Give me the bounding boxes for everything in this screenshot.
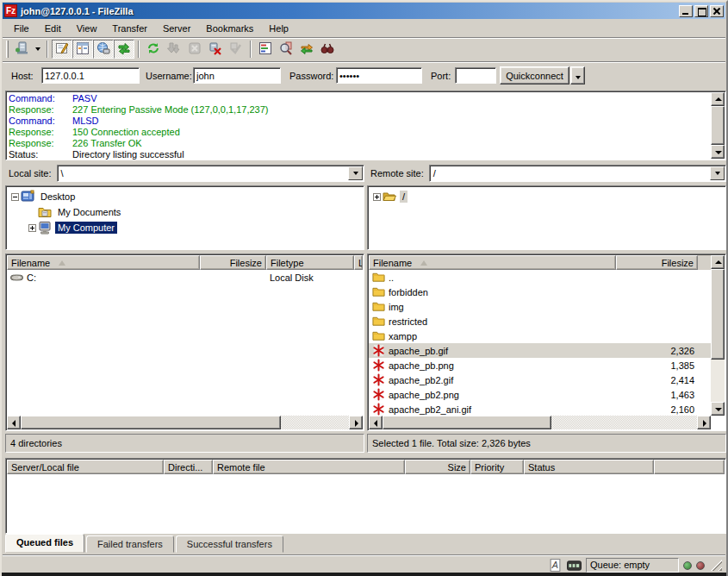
remote-list-vscrollbar[interactable] [711, 255, 725, 416]
queue-column-header[interactable]: Remote file [213, 460, 405, 474]
scroll-down-button[interactable] [711, 402, 725, 416]
resize-grip[interactable] [711, 560, 722, 571]
disconnect-button[interactable] [205, 40, 226, 59]
speed-limit-indicator-icon[interactable] [567, 559, 582, 573]
toggle-local-tree-button[interactable] [72, 40, 93, 59]
tab-successful-transfers[interactable]: Successful transfers [176, 535, 283, 553]
file-row[interactable]: apache_pb2_ani.gif2,160 [369, 402, 711, 416]
toggle-transfer-queue-button[interactable] [114, 40, 134, 59]
directory-comparison-button[interactable] [317, 40, 338, 59]
directory-listing-filters-button[interactable] [255, 40, 276, 59]
file-row[interactable]: restricted [369, 314, 711, 329]
log-line-text: Directory listing successful [72, 149, 184, 160]
quickconnect-button[interactable]: Quickconnect [500, 66, 569, 85]
file-cell: 2,326 [616, 343, 698, 358]
queue-column-header[interactable]: Status [524, 460, 654, 474]
scrollbar-track[interactable] [551, 416, 697, 429]
expander-box[interactable] [28, 224, 36, 232]
collapse-icon[interactable] [9, 193, 21, 201]
remote-site-dropdown-button[interactable] [710, 166, 725, 180]
tree-item[interactable]: My Computer [6, 220, 364, 235]
scroll-left-button[interactable] [369, 416, 383, 429]
remote-list-hscrollbar[interactable] [369, 416, 711, 429]
tree-item-label: My Computer [55, 222, 117, 234]
scroll-right-button[interactable] [349, 416, 363, 429]
queue-column-header[interactable]: Server/Local file [7, 460, 164, 474]
synchronized-browsing-button[interactable] [296, 40, 317, 59]
chevron-down-icon [715, 172, 720, 175]
file-search-button[interactable] [276, 40, 296, 59]
file-cell [616, 314, 698, 329]
message-log-scrollbar[interactable] [711, 92, 725, 159]
menu-edit[interactable]: Edit [37, 22, 69, 35]
host-input[interactable] [41, 67, 140, 84]
scrollbar-thumb[interactable] [383, 416, 551, 429]
scrollbar-thumb[interactable] [711, 106, 725, 145]
quickconnect-dropdown-button[interactable] [570, 66, 585, 85]
toggle-message-log-button[interactable] [52, 40, 72, 59]
menu-bookmarks[interactable]: Bookmarks [198, 22, 261, 35]
refresh-button[interactable] [143, 40, 164, 59]
menu-file[interactable]: File [6, 22, 37, 35]
maximize-button[interactable] [694, 5, 708, 17]
data-type-indicator-icon[interactable]: A [548, 559, 563, 573]
cancel-operation-button[interactable] [184, 40, 205, 59]
scrollbar-thumb[interactable] [711, 269, 725, 360]
file-row[interactable]: xampp [369, 329, 711, 343]
menu-view[interactable]: View [69, 22, 105, 35]
local-site-dropdown-button[interactable] [348, 166, 363, 180]
scroll-down-button[interactable] [711, 145, 725, 159]
port-input[interactable] [455, 67, 496, 84]
menu-help[interactable]: Help [261, 22, 296, 35]
file-cell: 1,463 [616, 387, 698, 402]
column-header[interactable]: Filename [369, 255, 616, 270]
password-input[interactable] [336, 67, 422, 84]
minimize-button[interactable] [679, 5, 693, 17]
scroll-right-button[interactable] [697, 416, 711, 429]
column-header[interactable]: Filetype [266, 255, 354, 270]
site-manager-button[interactable] [11, 40, 32, 59]
column-header[interactable]: Filesize [616, 255, 698, 270]
expander-box[interactable] [373, 193, 381, 201]
toggle-remote-tree-button[interactable] [93, 40, 114, 59]
scrollbar-thumb[interactable] [21, 416, 281, 429]
remote-site-combo[interactable]: / [429, 165, 726, 182]
chevron-down-icon [353, 172, 358, 175]
column-header[interactable]: L [354, 255, 363, 270]
tree-item[interactable]: My Documents [6, 204, 364, 220]
tab-failed-transfers[interactable]: Failed transfers [86, 535, 174, 553]
expand-icon[interactable] [27, 224, 38, 232]
queue-column-header[interactable]: Directi... [164, 460, 213, 474]
column-header[interactable]: Filesize [200, 255, 266, 270]
tree-item[interactable]: Desktop [6, 189, 364, 204]
file-row[interactable]: apache_pb.png1,385 [369, 358, 711, 373]
scroll-up-button[interactable] [711, 92, 725, 106]
queue-column-header[interactable] [654, 460, 725, 474]
scroll-left-button[interactable] [7, 416, 21, 429]
tree-item[interactable]: / [368, 189, 725, 204]
scrollbar-track[interactable] [281, 416, 349, 429]
tab-queued-files[interactable]: Queued files [5, 534, 84, 553]
queue-column-header[interactable]: Priority [470, 460, 524, 474]
file-row[interactable]: apache_pb2.gif2,414 [369, 373, 711, 387]
menu-server[interactable]: Server [155, 22, 198, 35]
column-header[interactable]: Filename [7, 255, 200, 270]
reconnect-button[interactable] [226, 40, 246, 59]
file-row[interactable]: apache_pb2.png1,463 [369, 387, 711, 402]
file-row[interactable]: apache_pb.gif2,326 [369, 343, 711, 358]
expander-box[interactable] [11, 193, 19, 201]
username-input[interactable] [193, 67, 281, 84]
file-row[interactable]: forbidden [369, 285, 711, 299]
file-row[interactable]: .. [369, 270, 711, 285]
queue-column-header[interactable]: Size [405, 460, 470, 474]
scroll-up-button[interactable] [711, 255, 725, 269]
expand-icon[interactable] [371, 193, 383, 201]
site-manager-dropdown-button[interactable] [32, 40, 43, 59]
local-list-hscrollbar[interactable] [7, 416, 363, 429]
file-row[interactable]: C:Local Disk [7, 270, 363, 285]
file-row[interactable]: img [369, 299, 711, 314]
process-queue-button[interactable] [164, 40, 184, 59]
menu-transfer[interactable]: Transfer [104, 22, 155, 35]
close-button[interactable] [710, 5, 724, 17]
local-site-combo[interactable]: \ [57, 165, 364, 182]
